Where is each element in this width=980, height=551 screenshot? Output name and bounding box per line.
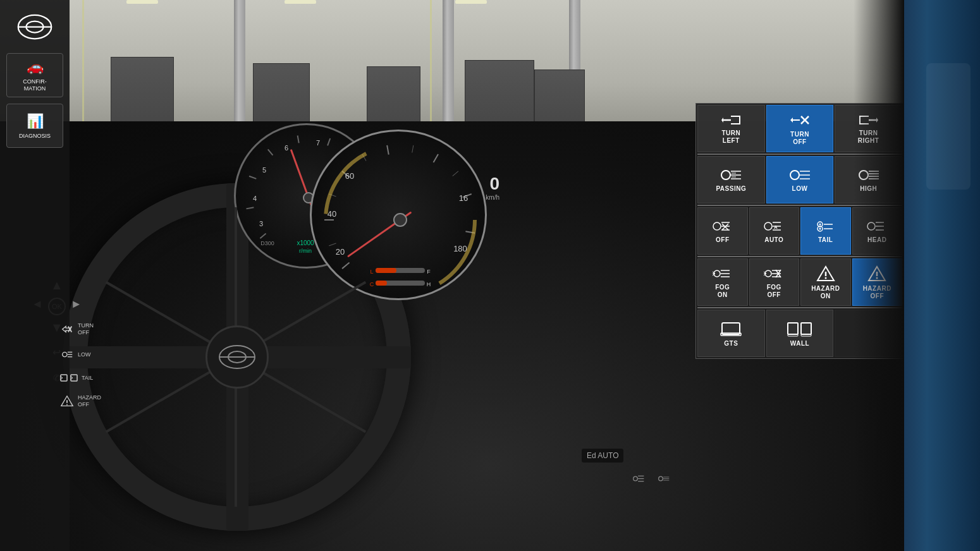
- tail-label: TAIL: [818, 236, 833, 244]
- svg-text:16: 16: [459, 193, 468, 203]
- svg-text:D300: D300: [260, 240, 274, 246]
- turn-left-label: TURNLEFT: [721, 130, 740, 145]
- hazard-on-button[interactable]: HAZARDON: [800, 258, 851, 306]
- wall-label: WALL: [790, 340, 809, 348]
- toyota-logo-icon: [16, 9, 54, 44]
- floor-line: [430, 0, 432, 139]
- wheel-hub: [205, 325, 269, 389]
- tail-indicator-label: TAIL: [82, 375, 93, 381]
- svg-text:x1000: x1000: [297, 239, 314, 246]
- hazard-off-icon: [60, 394, 74, 408]
- svg-point-105: [819, 224, 821, 226]
- svg-line-8: [328, 138, 330, 145]
- svg-text:H: H: [427, 281, 431, 288]
- turn-off-icon: [790, 112, 810, 128]
- gts-button[interactable]: GTS: [697, 310, 765, 357]
- fog-off-button[interactable]: FOGOFF: [749, 258, 800, 306]
- off-label: OFF: [716, 236, 730, 244]
- svg-line-25: [329, 243, 336, 246]
- gts-icon: [720, 320, 742, 337]
- left-sidebar: 🚗 CONFIR- MATION 📊 DIAGNOSIS: [0, 0, 70, 551]
- svg-text:6: 6: [285, 144, 288, 152]
- door-panel-right: [904, 0, 980, 551]
- turn-left-icon: [721, 114, 741, 126]
- hazard-on-icon: [816, 265, 835, 282]
- svg-point-99: [764, 222, 772, 230]
- svg-text:60: 60: [345, 171, 354, 181]
- tail-button[interactable]: TAIL: [800, 207, 851, 255]
- svg-rect-139: [788, 334, 798, 336]
- wall-button[interactable]: WALL: [766, 310, 834, 357]
- low-beam-icon: [60, 348, 74, 361]
- svg-marker-71: [721, 118, 723, 123]
- ceiling-light: [455, 0, 487, 4]
- svg-point-37: [394, 214, 407, 226]
- svg-point-57: [63, 352, 67, 356]
- digital-speed: 0 km/h: [486, 174, 499, 201]
- ceiling-light: [285, 0, 316, 4]
- svg-line-6: [268, 149, 273, 155]
- svg-line-24: [342, 262, 349, 269]
- bottom-mini-indicators: [632, 474, 670, 485]
- svg-text:180: 180: [453, 244, 467, 253]
- hazard-off-indicator: HAZARDOFF: [60, 394, 101, 408]
- confirmation-button[interactable]: 🚗 CONFIR- MATION: [6, 53, 63, 97]
- tail-btn-icon: [815, 219, 836, 233]
- svg-point-84: [790, 171, 799, 179]
- svg-line-4: [247, 207, 254, 209]
- auto-icon: A: [763, 219, 785, 233]
- passing-button[interactable]: PASSING: [697, 156, 765, 203]
- auto-button[interactable]: A AUTO: [749, 207, 800, 255]
- hazard-off-indicator-label: HAZARDOFF: [78, 394, 101, 408]
- svg-marker-73: [790, 118, 793, 123]
- svg-rect-141: [801, 334, 811, 336]
- mini-fog-on: [632, 474, 645, 485]
- svg-point-69: [66, 404, 68, 406]
- fog-off-label: FOGOFF: [767, 284, 781, 299]
- wall-icon: [787, 320, 812, 337]
- ed-auto-text: Ed AUTO: [587, 451, 618, 460]
- speedometer: 20 40 60 16 180 L F C H: [310, 130, 487, 300]
- fog-on-label: FOGON: [715, 284, 730, 299]
- mini-fog-on-icon: [632, 474, 645, 483]
- low-indicator: LOW: [60, 348, 101, 361]
- fog-on-button[interactable]: FOGON: [697, 258, 748, 306]
- low-button[interactable]: LOW: [766, 156, 834, 203]
- hazard-on-label: HAZARDON: [811, 285, 840, 300]
- gts-label: GTS: [724, 340, 738, 348]
- svg-rect-61: [61, 375, 67, 381]
- svg-rect-138: [788, 323, 798, 334]
- door-trim: [926, 63, 971, 190]
- svg-text:r/min: r/min: [299, 248, 312, 254]
- svg-point-107: [819, 228, 821, 230]
- speedo-svg: 20 40 60 16 180 L F C H: [312, 131, 487, 300]
- svg-point-146: [659, 476, 663, 481]
- pillar: [443, 0, 454, 139]
- pillar: [234, 0, 245, 139]
- turn-off-label: TURNOFF: [790, 131, 809, 146]
- svg-rect-64: [71, 375, 77, 381]
- light-off-icon: [712, 219, 733, 233]
- svg-text:F: F: [427, 269, 431, 275]
- turn-off-button[interactable]: TURNOFF: [766, 105, 834, 152]
- mini-icon-2: [658, 474, 670, 483]
- turn-left-button[interactable]: TURNLEFT: [697, 105, 765, 152]
- low-label: LOW: [792, 185, 808, 193]
- svg-point-132: [824, 277, 826, 279]
- auto-label: AUTO: [764, 236, 783, 244]
- low-beam-btn-icon: [788, 168, 811, 182]
- turn-off-indicator-icon: [60, 322, 74, 336]
- tail-icon: [60, 373, 78, 383]
- light-off-button[interactable]: OFF: [697, 207, 748, 255]
- ed-auto-label: Ed AUTO: [582, 449, 623, 463]
- svg-text:4: 4: [253, 195, 257, 202]
- passing-icon: [720, 168, 742, 182]
- svg-text:5: 5: [262, 166, 266, 174]
- overlay-indicators: TURNOFF LOW TAIL HAZARDOFF: [60, 322, 101, 408]
- diagnosis-button[interactable]: 📊 DIAGNOSIS: [6, 104, 63, 148]
- svg-text:20: 20: [336, 247, 345, 257]
- car-icon: 🚗: [27, 59, 44, 75]
- toyota-logo-area: [16, 9, 54, 47]
- instrument-cluster: 3 4 5 6 7 8 x1000 r/min D300: [234, 123, 506, 306]
- svg-line-33: [453, 171, 458, 176]
